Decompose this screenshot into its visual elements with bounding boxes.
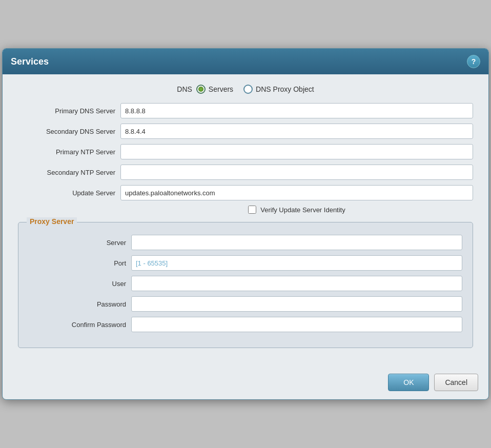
proxy-section-title: Proxy Server <box>27 217 77 226</box>
proxy-server-row: Server <box>29 235 462 250</box>
proxy-confirm-password-row: Confirm Password <box>29 317 462 332</box>
secondary-dns-label: Secondary DNS Server <box>18 128 120 135</box>
dns-type-row: DNS Servers DNS Proxy Object <box>18 85 473 94</box>
secondary-dns-row: Secondary DNS Server <box>18 124 473 139</box>
dialog-footer: OK Cancel <box>3 369 488 399</box>
proxy-confirm-password-label: Confirm Password <box>29 321 131 329</box>
ok-button[interactable]: OK <box>388 374 429 391</box>
dns-proxy-radio[interactable] <box>243 85 253 94</box>
proxy-password-input[interactable] <box>131 296 462 312</box>
secondary-ntp-label: Secondary NTP Server <box>18 169 120 176</box>
update-server-label: Update Server <box>18 189 120 197</box>
proxy-port-label: Port <box>29 259 131 267</box>
servers-radio-label[interactable]: Servers <box>209 85 233 93</box>
secondary-ntp-row: Secondary NTP Server <box>18 165 473 180</box>
servers-radio-group: Servers <box>196 85 233 94</box>
services-dialog: Services ? DNS Servers DNS Proxy Object … <box>2 48 489 400</box>
primary-dns-input[interactable] <box>120 103 473 118</box>
proxy-form: Server Port User Password <box>29 235 462 332</box>
secondary-dns-input[interactable] <box>120 124 473 139</box>
servers-radio[interactable] <box>196 85 206 94</box>
verify-identity-row: Verify Update Server Identity <box>18 206 473 214</box>
primary-dns-row: Primary DNS Server <box>18 103 473 118</box>
cancel-button[interactable]: Cancel <box>434 374 478 391</box>
help-icon[interactable]: ? <box>467 55 480 68</box>
primary-dns-label: Primary DNS Server <box>18 107 120 115</box>
proxy-server-label: Server <box>29 239 131 247</box>
verify-identity-checkbox[interactable] <box>248 206 256 214</box>
proxy-user-input[interactable] <box>131 276 462 291</box>
verify-identity-label: Verify Update Server Identity <box>260 206 345 214</box>
proxy-port-input[interactable] <box>131 255 462 271</box>
dns-label: DNS <box>177 85 192 93</box>
proxy-user-label: User <box>29 280 131 288</box>
proxy-server-input[interactable] <box>131 235 462 250</box>
dialog-body: DNS Servers DNS Proxy Object Primary DNS… <box>3 74 488 369</box>
proxy-user-row: User <box>29 276 462 291</box>
proxy-port-row: Port <box>29 255 462 271</box>
update-server-row: Update Server <box>18 185 473 200</box>
primary-ntp-input[interactable] <box>120 144 473 159</box>
primary-ntp-label: Primary NTP Server <box>18 148 120 156</box>
dns-proxy-radio-group: DNS Proxy Object <box>243 85 314 94</box>
dns-proxy-radio-label[interactable]: DNS Proxy Object <box>256 85 314 93</box>
update-server-input[interactable] <box>120 185 473 200</box>
proxy-password-label: Password <box>29 300 131 308</box>
proxy-server-section: Proxy Server Server Port User <box>18 222 473 348</box>
secondary-ntp-input[interactable] <box>120 165 473 180</box>
proxy-password-row: Password <box>29 296 462 312</box>
proxy-confirm-password-input[interactable] <box>131 317 462 332</box>
primary-ntp-row: Primary NTP Server <box>18 144 473 159</box>
dialog-header: Services ? <box>3 49 488 74</box>
dialog-title: Services <box>11 56 49 67</box>
